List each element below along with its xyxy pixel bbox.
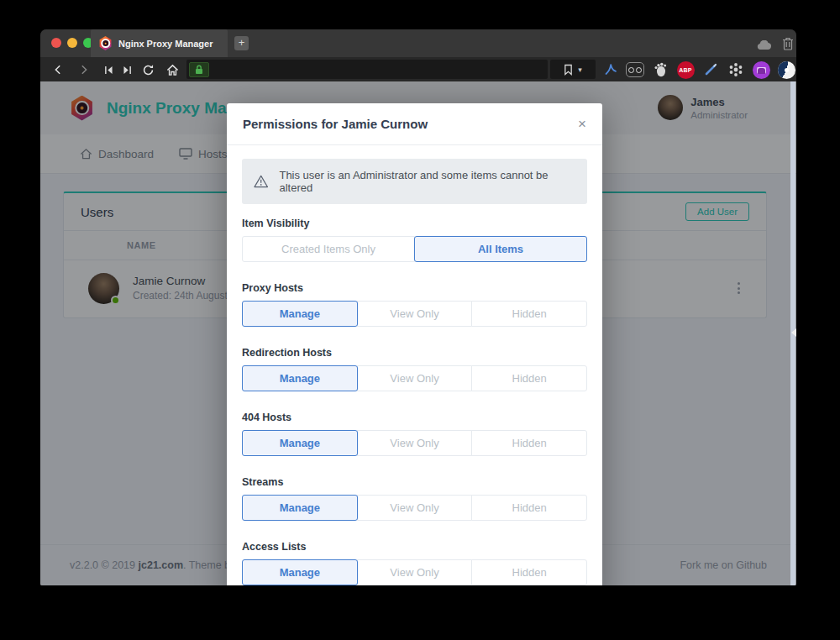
404-hosts-group: Manage View Only Hidden bbox=[242, 430, 587, 456]
atom-extension-icon[interactable] bbox=[727, 60, 745, 79]
browser-window: Nginx Proxy Manager + bbox=[40, 29, 796, 585]
sync-cloud-icon[interactable] bbox=[756, 39, 772, 54]
alert-text: This user is an Administrator and some i… bbox=[279, 169, 575, 194]
close-window-button[interactable] bbox=[51, 38, 61, 48]
secure-lock-icon[interactable] bbox=[189, 62, 209, 77]
404-hosts-hidden[interactable]: Hidden bbox=[471, 430, 587, 456]
web-page: Nginx Proxy Manager James Administrator … bbox=[40, 81, 796, 585]
item-visibility-label: Item Visibility bbox=[242, 218, 587, 229]
panel-toggle-arrow-icon[interactable] bbox=[791, 328, 796, 337]
visibility-all-items[interactable]: All Items bbox=[414, 236, 587, 262]
goggles-extension-icon[interactable] bbox=[626, 60, 644, 79]
abp-label: ABP bbox=[677, 61, 695, 79]
redirection-hosts-view-only[interactable]: View Only bbox=[357, 365, 473, 391]
proxy-hosts-view-only[interactable]: View Only bbox=[357, 301, 473, 327]
pen-extension-icon[interactable] bbox=[701, 60, 720, 79]
access-lists-manage[interactable]: Manage bbox=[242, 559, 358, 585]
streams-label: Streams bbox=[242, 476, 587, 488]
trash-icon[interactable] bbox=[782, 36, 794, 54]
streams-manage[interactable]: Manage bbox=[242, 495, 358, 521]
reload-icon[interactable] bbox=[140, 62, 155, 77]
access-lists-hidden[interactable]: Hidden bbox=[471, 559, 587, 585]
access-lists-group: Manage View Only Hidden bbox=[242, 559, 587, 585]
forward-icon[interactable] bbox=[76, 62, 92, 77]
back-icon[interactable] bbox=[50, 62, 66, 77]
minimize-window-button[interactable] bbox=[67, 38, 77, 48]
screenshot: Nginx Proxy Manager + bbox=[0, 0, 840, 640]
admin-warning-alert: This user is an Administrator and some i… bbox=[242, 159, 587, 204]
proxy-hosts-label: Proxy Hosts bbox=[242, 282, 587, 294]
streams-group: Manage View Only Hidden bbox=[242, 495, 587, 521]
proxy-hosts-group: Manage View Only Hidden bbox=[242, 301, 587, 327]
browser-tab-bar: Nginx Proxy Manager + bbox=[40, 29, 796, 57]
redirection-hosts-label: Redirection Hosts bbox=[242, 347, 587, 359]
access-lists-view-only[interactable]: View Only bbox=[357, 559, 473, 585]
redirection-hosts-group: Manage View Only Hidden bbox=[242, 365, 587, 391]
access-lists-label: Access Lists bbox=[242, 541, 587, 553]
warning-triangle-icon bbox=[254, 175, 268, 188]
streams-view-only[interactable]: View Only bbox=[357, 495, 473, 521]
window-controls bbox=[51, 38, 93, 48]
browser-toolbar: ▾ ABP bbox=[40, 57, 796, 81]
bird-extension-icon[interactable] bbox=[601, 60, 620, 79]
modal-title: Permissions for Jamie Curnow bbox=[243, 117, 428, 131]
rewind-icon[interactable] bbox=[101, 62, 116, 77]
abp-extension-icon[interactable]: ABP bbox=[676, 60, 695, 79]
browser-tab[interactable]: Nginx Proxy Manager bbox=[91, 29, 228, 57]
gauge-extension-icon[interactable] bbox=[777, 60, 795, 79]
redirection-hosts-hidden[interactable]: Hidden bbox=[471, 365, 587, 391]
gnome-foot-icon[interactable] bbox=[651, 60, 669, 79]
tab-title: Nginx Proxy Manager bbox=[118, 39, 213, 49]
404-hosts-view-only[interactable]: View Only bbox=[357, 430, 473, 456]
favicon-npm-icon bbox=[99, 36, 112, 50]
item-visibility-group: Created Items Only All Items bbox=[242, 236, 587, 262]
fast-forward-icon[interactable] bbox=[119, 62, 134, 77]
proxy-hosts-hidden[interactable]: Hidden bbox=[471, 301, 587, 327]
home-icon[interactable] bbox=[165, 62, 180, 77]
close-icon[interactable]: × bbox=[578, 117, 586, 131]
new-tab-button[interactable]: + bbox=[234, 36, 249, 50]
purple-extension-icon[interactable] bbox=[752, 60, 770, 79]
404-hosts-manage[interactable]: Manage bbox=[242, 430, 358, 456]
redirection-hosts-manage[interactable]: Manage bbox=[242, 365, 358, 391]
chevron-down-icon: ▾ bbox=[578, 66, 582, 74]
bookmark-icon bbox=[564, 64, 573, 76]
permissions-modal: Permissions for Jamie Curnow × This user… bbox=[227, 103, 602, 585]
404-hosts-label: 404 Hosts bbox=[242, 412, 587, 423]
address-bar[interactable] bbox=[186, 60, 548, 79]
visibility-created-items-only[interactable]: Created Items Only bbox=[242, 236, 415, 262]
bookmarks-control[interactable]: ▾ bbox=[550, 60, 596, 79]
streams-hidden[interactable]: Hidden bbox=[471, 495, 587, 521]
proxy-hosts-manage[interactable]: Manage bbox=[242, 301, 358, 327]
